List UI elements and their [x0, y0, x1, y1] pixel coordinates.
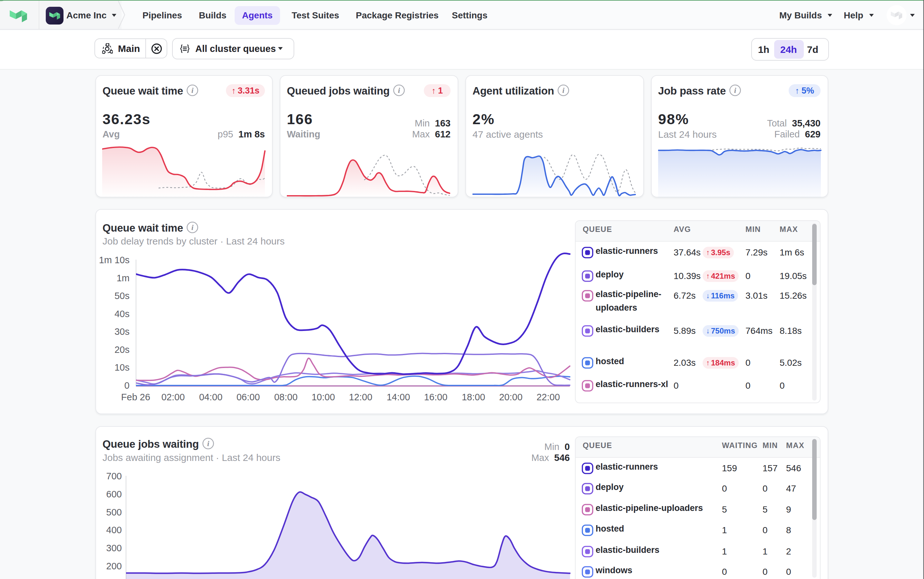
svg-text:i: i [207, 439, 210, 448]
svg-text:i: i [398, 86, 400, 95]
svg-text:i: i [734, 86, 737, 95]
svg-text:i: i [562, 86, 565, 95]
svg-text:i: i [191, 223, 194, 232]
svg-text:i: i [191, 86, 194, 95]
